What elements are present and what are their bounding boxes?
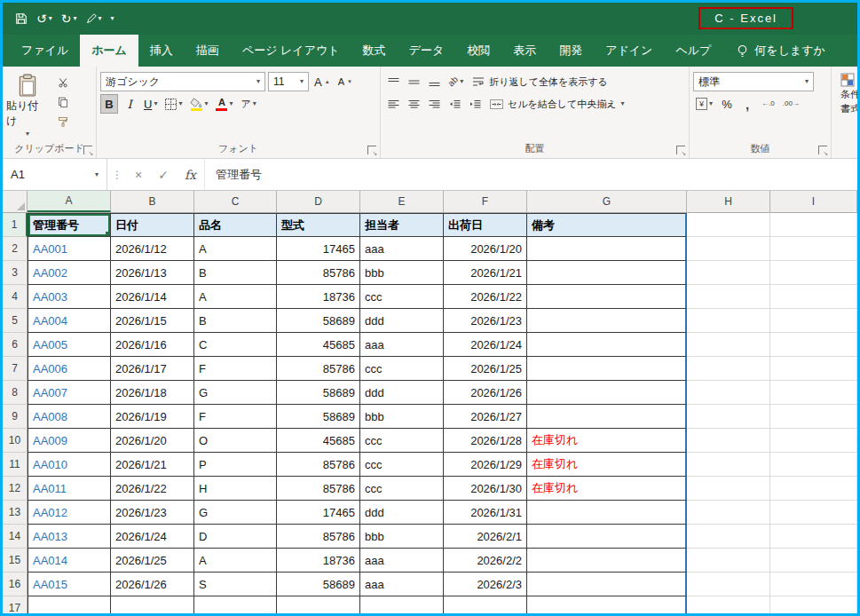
cell-F1[interactable]: 出荷日 <box>444 213 527 237</box>
cell-H5[interactable] <box>687 309 770 333</box>
tab-data[interactable]: データ <box>398 35 456 67</box>
tab-view[interactable]: 表示 <box>501 35 548 67</box>
fill-color-button[interactable]: ▾ <box>187 94 210 114</box>
cell-B11[interactable]: 2026/1/21 <box>111 453 194 477</box>
cell-B9[interactable]: 2026/1/19 <box>111 405 194 429</box>
cell-F6[interactable]: 2026/1/24 <box>444 333 527 357</box>
dialog-launcher-icon[interactable]: ↘ <box>367 146 376 154</box>
align-right-button[interactable] <box>425 94 443 114</box>
tab-insert[interactable]: 挿入 <box>138 35 185 67</box>
tab-developer[interactable]: 開発 <box>548 35 594 67</box>
cell-C3[interactable]: B <box>194 261 277 285</box>
cell-E9[interactable]: bbb <box>360 405 444 429</box>
cell-I6[interactable] <box>770 333 857 357</box>
cell-C11[interactable]: P <box>194 453 277 477</box>
cell-H12[interactable] <box>687 477 770 501</box>
cell-E16[interactable]: aaa <box>360 573 444 596</box>
cell-B16[interactable]: 2026/1/26 <box>111 573 194 596</box>
cell-E12[interactable]: ccc <box>360 477 444 501</box>
row-header-16[interactable]: 16 <box>3 573 28 596</box>
cell-C13[interactable]: G <box>194 501 277 525</box>
cell-I8[interactable] <box>770 381 857 405</box>
cell-G6[interactable] <box>527 333 687 357</box>
row-header-8[interactable]: 8 <box>3 381 28 405</box>
tab-addins[interactable]: アドイン <box>594 35 664 67</box>
align-top-button[interactable] <box>384 72 402 91</box>
cell-F3[interactable]: 2026/1/21 <box>444 261 527 285</box>
cell-C10[interactable]: O <box>194 429 277 453</box>
cell-I12[interactable] <box>770 477 857 501</box>
cell-G4[interactable] <box>527 285 687 309</box>
row-header-1[interactable]: 1 <box>3 213 28 237</box>
row-header-3[interactable]: 3 <box>3 261 28 285</box>
cell-I7[interactable] <box>770 357 857 381</box>
grow-font-button[interactable]: A▲ <box>312 72 333 91</box>
merge-center-button[interactable]: セルを結合して中央揃え ▾ <box>486 94 628 114</box>
column-header-D[interactable]: D <box>277 191 360 212</box>
cell-I17[interactable] <box>770 596 857 613</box>
cell-H9[interactable] <box>687 405 770 429</box>
cell-I2[interactable] <box>770 237 857 261</box>
format-painter-button[interactable] <box>58 115 74 128</box>
cell-H10[interactable] <box>687 429 770 453</box>
cell-C14[interactable]: D <box>194 525 277 549</box>
cell-E6[interactable]: aaa <box>360 333 444 357</box>
cell-C12[interactable]: H <box>194 477 277 501</box>
cell-G17[interactable] <box>527 596 687 613</box>
tab-file[interactable]: ファイル <box>10 35 80 67</box>
cell-I13[interactable] <box>770 501 857 525</box>
font-size-select[interactable]: 11 ▾ <box>268 72 309 91</box>
italic-button[interactable]: I <box>121 94 138 114</box>
cell-F14[interactable]: 2026/2/1 <box>444 525 527 549</box>
cell-H3[interactable] <box>687 261 770 285</box>
cell-D4[interactable]: 18736 <box>277 285 360 309</box>
dialog-launcher-icon[interactable]: ↘ <box>676 146 685 154</box>
cell-D2[interactable]: 17465 <box>277 237 360 261</box>
row-header-4[interactable]: 4 <box>3 285 28 309</box>
cell-E3[interactable]: bbb <box>360 261 444 285</box>
cell-B13[interactable]: 2026/1/23 <box>111 501 194 525</box>
cell-H17[interactable] <box>687 596 770 613</box>
cell-A13[interactable]: AA012 <box>28 501 111 525</box>
cell-E14[interactable]: bbb <box>360 525 444 549</box>
cell-F17[interactable] <box>444 596 527 613</box>
font-name-select[interactable]: 游ゴシック ▾ <box>100 72 265 91</box>
cell-D16[interactable]: 58689 <box>277 573 360 596</box>
cell-C9[interactable]: F <box>194 405 277 429</box>
tell-me-search[interactable]: 何をしますか <box>730 35 832 67</box>
cell-C8[interactable]: G <box>194 381 277 405</box>
cell-E15[interactable]: aaa <box>360 549 444 573</box>
cell-D7[interactable]: 85786 <box>277 357 360 381</box>
row-header-11[interactable]: 11 <box>3 453 28 477</box>
customize-qat-button[interactable]: ▾ <box>111 15 114 22</box>
align-left-button[interactable] <box>384 94 402 114</box>
cell-D9[interactable]: 58689 <box>277 405 360 429</box>
cell-H8[interactable] <box>687 381 770 405</box>
select-all-corner[interactable] <box>3 191 28 212</box>
cell-E7[interactable]: ccc <box>360 357 444 381</box>
cell-H13[interactable] <box>687 501 770 525</box>
cell-I9[interactable] <box>770 405 857 429</box>
cell-I16[interactable] <box>770 573 857 596</box>
cell-A11[interactable]: AA010 <box>28 453 111 477</box>
tab-review[interactable]: 校閲 <box>455 35 501 67</box>
cell-F4[interactable]: 2026/1/22 <box>444 285 527 309</box>
cell-F7[interactable]: 2026/1/25 <box>444 357 527 381</box>
cell-A1[interactable]: 管理番号 <box>28 213 111 237</box>
cell-F9[interactable]: 2026/1/27 <box>444 405 527 429</box>
cell-D8[interactable]: 58689 <box>277 381 360 405</box>
cell-D10[interactable]: 45685 <box>277 429 360 453</box>
cell-A14[interactable]: AA013 <box>28 525 111 549</box>
cell-B7[interactable]: 2026/1/17 <box>111 357 194 381</box>
cell-A17[interactable] <box>28 596 111 613</box>
cell-D1[interactable]: 型式 <box>277 213 360 237</box>
cell-A5[interactable]: AA004 <box>28 309 111 333</box>
cell-I11[interactable] <box>770 453 857 477</box>
column-header-E[interactable]: E <box>360 191 444 212</box>
borders-button[interactable]: ▾ <box>162 94 185 114</box>
cell-A4[interactable]: AA003 <box>28 285 111 309</box>
cell-B1[interactable]: 日付 <box>111 213 194 237</box>
cell-D5[interactable]: 58689 <box>277 309 360 333</box>
cell-A12[interactable]: AA011 <box>28 477 111 501</box>
cell-G7[interactable] <box>527 357 687 381</box>
